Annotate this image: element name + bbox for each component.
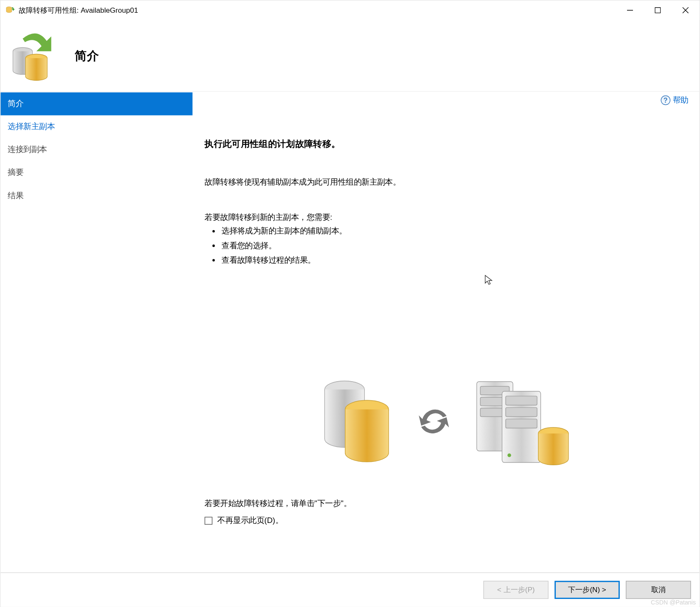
nav-item-summary[interactable]: 摘要: [0, 161, 192, 184]
nav-item-connect-replica[interactable]: 连接到副本: [0, 138, 192, 161]
cursor-icon: [484, 275, 496, 286]
sync-arrows-icon: [416, 404, 451, 439]
step-item: 查看您的选择。: [221, 238, 684, 253]
svg-rect-11: [506, 396, 537, 405]
svg-rect-13: [506, 419, 537, 428]
cancel-button[interactable]: 取消: [626, 581, 691, 599]
content-heading: 执行此可用性组的计划故障转移。: [204, 138, 683, 150]
dont-show-again-checkbox[interactable]: [204, 517, 212, 524]
nav-item-result[interactable]: 结果: [0, 184, 192, 207]
wizard-header-icon: [6, 28, 63, 83]
help-label: 帮助: [673, 95, 689, 106]
dont-show-again-label: 不再显示此页(D)。: [217, 515, 283, 526]
svg-rect-12: [506, 407, 537, 416]
steps-list: 选择将成为新的主副本的辅助副本。 查看您的选择。 查看故障转移过程的结果。: [204, 224, 683, 267]
content-paragraph: 故障转移将使现有辅助副本成为此可用性组的新主副本。: [204, 175, 683, 190]
close-button[interactable]: [672, 0, 699, 20]
minimize-button[interactable]: [616, 0, 644, 20]
database-icon: [317, 376, 396, 466]
window-controls: [616, 0, 699, 20]
title-left: 故障转移可用性组: AvailableGroup01: [6, 5, 138, 15]
app-icon: [6, 6, 15, 15]
step-item: 查看故障转移过程的结果。: [221, 253, 684, 267]
help-icon: ?: [661, 96, 671, 105]
nav-item-intro[interactable]: 简介: [0, 93, 192, 115]
next-button[interactable]: 下一步(N) >: [554, 581, 620, 599]
svg-rect-1: [655, 8, 661, 13]
wizard-body: 简介 选择新主副本 连接到副本 摘要 结果 ? 帮助 执行此可用性组的计划故障转…: [0, 93, 699, 573]
steps-intro: 若要故障转移到新的主副本，您需要:: [204, 212, 683, 223]
back-button: < 上一步(P): [483, 581, 549, 599]
wizard-header: 简介: [0, 20, 699, 92]
nav-item-select-replica[interactable]: 选择新主副本: [0, 115, 192, 138]
bottom-hint: 若要开始故障转移过程，请单击"下一步"。: [204, 498, 351, 509]
step-item: 选择将成为新的主副本的辅助副本。: [221, 224, 684, 238]
wizard-sidebar: 简介 选择新主副本 连接到副本 摘要 结果: [0, 93, 192, 573]
wizard-header-title: 简介: [75, 48, 99, 64]
window-title: 故障转移可用性组: AvailableGroup01: [19, 5, 138, 15]
servers-icon: [472, 373, 574, 470]
help-link[interactable]: ? 帮助: [661, 95, 689, 106]
maximize-button[interactable]: [644, 0, 672, 20]
illustration: [317, 373, 574, 470]
svg-point-14: [507, 453, 511, 457]
wizard-content: ? 帮助 执行此可用性组的计划故障转移。 故障转移将使现有辅助副本成为此可用性组…: [193, 93, 700, 573]
title-bar[interactable]: 故障转移可用性组: AvailableGroup01: [0, 0, 699, 20]
dont-show-again-row[interactable]: 不再显示此页(D)。: [204, 515, 283, 526]
wizard-footer: < 上一步(P) 下一步(N) > 取消: [0, 572, 699, 607]
